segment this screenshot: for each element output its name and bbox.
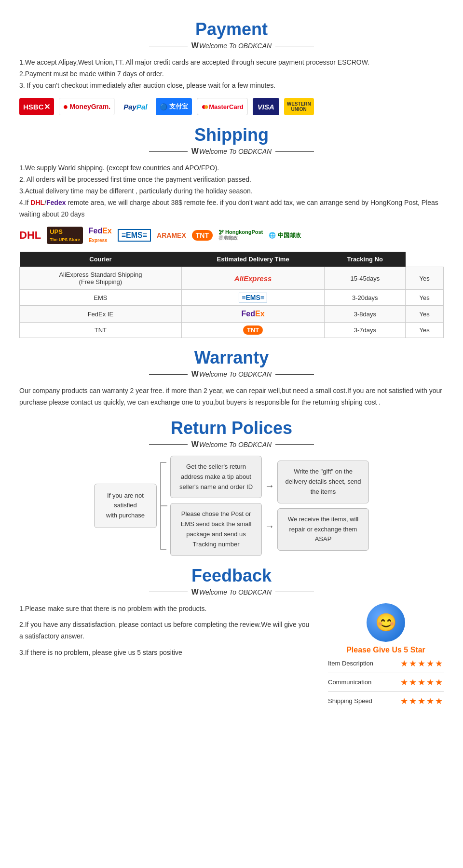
warranty-title: Warranty — [19, 348, 444, 368]
rating-row-2: Communication ★★★★★ — [328, 677, 444, 688]
rating-row-1: Item Description ★★★★★ — [328, 658, 444, 669]
delivery-time-3: 3-8days — [325, 306, 406, 323]
courier-logo-4: TNT — [181, 323, 325, 338]
return-right-boxes: Write the "gift" on the delivery details… — [277, 461, 369, 551]
western-union-logo: WESTERNUNION — [284, 98, 314, 115]
payment-section: Payment WWelcome To OBDKCAN 1.We accept … — [19, 19, 444, 115]
rating-stars-1: ★★★★★ — [400, 658, 444, 669]
moneygram-logo: ●MoneyGram. — [59, 98, 115, 115]
return-box-bottom-right: We receive the items, will repair or exc… — [277, 508, 369, 551]
five-star-title: Please Give Us 5 Star — [328, 646, 444, 654]
visa-logo: VISA — [253, 98, 279, 115]
arrow-bottom: → — [265, 508, 274, 544]
feedback-left: 1.Please make sure that there is no prob… — [19, 603, 313, 664]
courier-name-4: TNT — [20, 323, 182, 338]
return-diagram: If you are notsatisfiedwith purchase Get… — [19, 456, 444, 556]
shipping-section: Shipping WWelcome To OBDKCAN 1.We supply… — [19, 125, 444, 338]
tracking-3: Yes — [406, 306, 444, 323]
fedex-logo: FedExExpress — [89, 227, 112, 244]
return-box-top-right: Write the "gift" on the delivery details… — [277, 461, 369, 503]
rating-row-3: Shipping Speed ★★★★★ — [328, 696, 444, 706]
courier-name-3: FedEx IE — [20, 306, 182, 323]
return-box-top-left: Get the seller's return address make a t… — [170, 456, 262, 498]
delivery-time-2: 3-20days — [325, 290, 406, 306]
feedback-point-3: 3.If there is no problem, please give us… — [19, 647, 313, 659]
table-header-courier: Courier — [20, 252, 182, 267]
payment-point-3: 3. If you can't checkout immediately aft… — [19, 80, 444, 92]
return-welcome: WWelcome To OBDKCAN — [19, 440, 444, 449]
divider-1 — [328, 673, 444, 673]
feedback-section: Feedback WWelcome To OBDKCAN 1.Please ma… — [19, 566, 444, 708]
tnt-logo: TNT — [192, 230, 213, 241]
table-row: AliExpress Standard Shipping(Free Shippi… — [20, 267, 444, 290]
arrow-top: → — [265, 468, 274, 503]
ems-logo: ≡EMS≡ — [118, 229, 151, 242]
feedback-title: Feedback — [19, 566, 444, 586]
payment-point-1: 1.We accept Alipay,West Union,TT. All ma… — [19, 57, 444, 68]
shipping-point-3: 3.Actual delivery time may be different … — [19, 186, 444, 197]
hsbc-logo: HSBC ✕ — [19, 98, 54, 115]
feedback-welcome: WWelcome To OBDKCAN — [19, 588, 444, 597]
payment-logos: HSBC ✕ ●MoneyGram. PayPal 🔵支付宝 ●● Master… — [19, 98, 444, 115]
table-row: TNT TNT 3-7days Yes — [20, 323, 444, 338]
delivery-time-4: 3-7days — [325, 323, 406, 338]
aramex-logo: ARAMEX — [157, 231, 186, 239]
rating-label-1: Item Description — [328, 660, 373, 667]
shipping-title: Shipping — [19, 125, 444, 145]
rating-label-3: Shipping Speed — [328, 697, 372, 705]
courier-logo-3: FedEx — [181, 306, 325, 323]
ups-logo: UPSThe UPS Store — [47, 227, 83, 244]
courier-logos: DHL UPSThe UPS Store FedExExpress ≡EMS≡ … — [19, 227, 444, 244]
rating-stars-3: ★★★★★ — [400, 696, 444, 706]
tracking-1: Yes — [406, 267, 444, 290]
alipay-logo: 🔵支付宝 — [156, 98, 192, 115]
courier-name-1: AliExpress Standard Shipping(Free Shippi… — [20, 267, 182, 290]
hongkong-post-logo: 🕊 HongkongPost香港郵政 — [218, 229, 263, 242]
divider-2 — [328, 692, 444, 692]
delivery-time-1: 15-45days — [325, 267, 406, 290]
warranty-text: Our company products can warranty 2 year… — [19, 385, 444, 408]
return-bracket — [157, 458, 170, 554]
tracking-2: Yes — [406, 290, 444, 306]
table-row: FedEx IE FedEx 3-8days Yes — [20, 306, 444, 323]
return-arrows: → → — [262, 468, 277, 544]
dhl-logo: DHL — [19, 229, 41, 242]
page-wrapper: Payment WWelcome To OBDKCAN 1.We accept … — [0, 0, 463, 718]
feedback-right: Please Give Us 5 Star Item Description ★… — [328, 603, 444, 708]
tracking-4: Yes — [406, 323, 444, 338]
return-box-bottom-left: Please chose the Post or EMS send back t… — [170, 503, 262, 556]
return-polices-section: Return Polices WWelcome To OBDKCAN If yo… — [19, 418, 444, 556]
shipping-welcome: WWelcome To OBDKCAN — [19, 147, 444, 156]
courier-name-2: EMS — [20, 290, 182, 306]
table-header-tracking: Tracking No — [325, 252, 406, 267]
mastercard-logo: ●● MasterCard — [197, 98, 247, 115]
smiley-ball — [367, 603, 405, 642]
courier-logo-1: AliExpress — [181, 267, 325, 290]
return-title: Return Polices — [19, 418, 444, 438]
shipping-text: 1.We supply World shipping. (except few … — [19, 163, 444, 220]
rating-label-2: Communication — [328, 678, 371, 686]
warranty-section: Warranty WWelcome To OBDKCAN Our company… — [19, 348, 444, 408]
shipping-table: Courier Estimated Delivery Time Tracking… — [19, 252, 444, 338]
payment-title: Payment — [19, 19, 444, 40]
feedback-point-1: 1.Please make sure that there is no prob… — [19, 603, 313, 615]
table-row: EMS ≡EMS≡ 3-20days Yes — [20, 290, 444, 306]
return-mid-boxes: Get the seller's return address make a t… — [170, 456, 262, 556]
paypal-logo: PayPal — [120, 98, 151, 115]
shipping-point-4: 4.If DHL/Fedex remote area, we will char… — [19, 197, 444, 220]
shipping-point-2: 2. All orders will be processed first ti… — [19, 174, 444, 186]
courier-logo-2: ≡EMS≡ — [181, 290, 325, 306]
return-left-box: If you are notsatisfiedwith purchase — [94, 484, 157, 528]
shipping-point-1: 1.We supply World shipping. (except few … — [19, 163, 444, 174]
warranty-welcome: WWelcome To OBDKCAN — [19, 370, 444, 379]
payment-point-2: 2.Payment must be made within 7 days of … — [19, 68, 444, 80]
payment-welcome: WWelcome To OBDKCAN — [19, 41, 444, 50]
payment-text: 1.We accept Alipay,West Union,TT. All ma… — [19, 57, 444, 91]
table-header-delivery: Estimated Delivery Time — [181, 252, 325, 267]
china-post-logo: 🌐 中国邮政 — [269, 231, 300, 240]
feedback-point-2: 2.If you have any dissatisfaction, pleas… — [19, 619, 313, 642]
rating-stars-2: ★★★★★ — [400, 677, 444, 688]
feedback-bottom: 1.Please make sure that there is no prob… — [19, 603, 444, 708]
